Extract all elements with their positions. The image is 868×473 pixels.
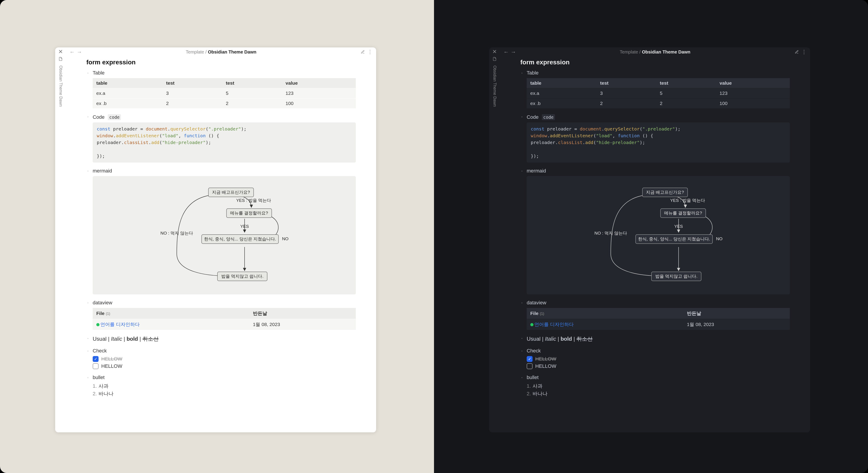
more-icon[interactable]: ⋮: [801, 49, 807, 55]
svg-text:메뉴를 결정할까요?: 메뉴를 결정할까요?: [230, 211, 268, 215]
edit-icon[interactable]: [360, 49, 366, 55]
status-dot-icon: [96, 323, 99, 326]
sidebar: ✕ Obsidian Theme Dawn: [55, 47, 66, 432]
topbar: ← → Template / Obsidian Theme Dawn ⋮: [66, 47, 376, 57]
forward-icon[interactable]: →: [76, 49, 82, 55]
list-item: 1.사과: [93, 383, 356, 390]
section-code-label: Code: [93, 114, 105, 120]
dv-link[interactable]: 언어를 디자인하다: [100, 322, 140, 327]
svg-text:지금 배고프신가요?: 지금 배고프신가요?: [646, 190, 684, 195]
table-header: test: [162, 78, 222, 88]
section-text-styles: Usual | Italic | bold | 취소선: [86, 335, 356, 342]
section-bullet: bullet 1.사과 2.바나나: [520, 375, 790, 397]
inline-code: code: [542, 114, 555, 120]
breadcrumb-sep: /: [206, 49, 207, 55]
section-bullet-label: bullet: [93, 375, 356, 380]
ordered-list: 1.사과 2.바나나: [93, 383, 356, 397]
svg-text:NO: NO: [716, 236, 723, 241]
close-icon[interactable]: ✕: [492, 49, 498, 55]
section-text-styles: Usual | Italic | bold | 취소선: [520, 335, 790, 342]
sidebar-tab-label[interactable]: Obsidian Theme Dawn: [58, 65, 63, 107]
mermaid-node: 밥을 먹지않고 쉽니다.: [217, 272, 267, 281]
section-table-label: Table: [93, 70, 356, 76]
checkbox-unchecked-icon[interactable]: [527, 363, 532, 369]
mermaid-diagram: .marrow-l{fill:#333} YES : 밥을 먹는다 NO : 먹…: [93, 176, 356, 295]
svg-text:지금 배고프신가요?: 지금 배고프신가요?: [212, 190, 250, 195]
note-content: form expression Table table test test va…: [66, 57, 376, 403]
data-table: table test test value ex.a35123 ex .b221…: [527, 78, 790, 108]
svg-text:밥을 먹지않고 쉽니다.: 밥을 먹지않고 쉽니다.: [655, 274, 698, 279]
svg-text:YES: YES: [674, 224, 683, 229]
ordered-list: 1.사과 2.바나나: [527, 383, 790, 397]
status-dot-icon: [530, 323, 533, 326]
section-mermaid: mermaid .marrow-l{fill:#333} YES : 밥을 먹는…: [86, 168, 356, 295]
note-icon[interactable]: [492, 56, 498, 62]
mermaid-node: 지금 배고프신가요?: [209, 188, 254, 197]
section-check-label: Check: [93, 348, 356, 354]
note-icon[interactable]: [58, 56, 64, 62]
mermaid-node: 메뉴를 결정할까요?: [226, 209, 272, 218]
checkbox-unchecked-icon[interactable]: [93, 363, 98, 369]
table-row: ex.a 3 5 123: [93, 88, 356, 98]
mermaid-diagram: .marrow-d{fill:#d0d0d0} YES : 밥을 먹는다 NO …: [527, 176, 790, 295]
table-header: table: [93, 78, 162, 88]
page-title: form expression: [86, 59, 356, 66]
page-title: form expression: [520, 59, 790, 66]
svg-text:NO: NO: [282, 236, 289, 241]
table-row: ex .b 2 2 100: [93, 98, 356, 109]
breadcrumb-sep: /: [640, 49, 641, 55]
code-block: const preloader = document.querySelector…: [93, 122, 356, 163]
checkbox-checked-icon[interactable]: ✓: [93, 356, 98, 362]
light-theme-panel: ✕ Obsidian Theme Dawn ← → Template / Obs…: [0, 0, 434, 473]
main-pane: ← → Template / Obsidian Theme Dawn ⋮ for…: [500, 47, 810, 432]
list-item: 2.바나나: [527, 391, 790, 397]
check-label: HELLOW: [101, 363, 122, 369]
breadcrumb-parent[interactable]: Template: [620, 49, 638, 55]
list-item: 2.바나나: [93, 391, 356, 397]
svg-text:NO : 먹지 않는다: NO : 먹지 않는다: [160, 231, 193, 235]
code-block: const preloader = document.querySelector…: [527, 122, 790, 163]
breadcrumb-current: Obsidian Theme Dawn: [642, 49, 690, 55]
sidebar-tab-label[interactable]: Obsidian Theme Dawn: [492, 65, 497, 107]
dark-theme-panel: ✕ Obsidian Theme Dawn ← → Template / Obs…: [434, 0, 868, 473]
mermaid-node: 한식, 중식, 양식... 당신은 지쳤습니다.: [202, 235, 278, 244]
close-icon[interactable]: ✕: [58, 49, 64, 55]
forward-icon[interactable]: →: [510, 49, 516, 55]
checkbox-checked-icon[interactable]: ✓: [527, 356, 532, 362]
topbar: ← → Template / Obsidian Theme Dawn ⋮: [500, 47, 810, 57]
list-item: 1.사과: [527, 383, 790, 390]
section-table: Table table test test value ex.a 3: [86, 70, 356, 108]
sidebar: ✕ Obsidian Theme Dawn: [489, 47, 500, 432]
svg-text:YES : 밥을 먹는다: YES : 밥을 먹는다: [670, 198, 705, 203]
data-table: table test test value ex.a 3 5 123: [93, 78, 356, 108]
breadcrumb: Template / Obsidian Theme Dawn: [84, 49, 359, 55]
section-check: Check ✓ HELLOW HELLOW: [86, 348, 356, 369]
section-code: Code code const preloader = document.que…: [86, 114, 356, 163]
section-dataview: dataview File (1) 반든날 언어를 디자인하다 1월 08, 2…: [520, 300, 790, 330]
svg-text:YES: YES: [240, 224, 249, 229]
table-row: ex.a35123: [527, 88, 790, 98]
section-check: Check ✓ HELLOW HELLOW: [520, 348, 790, 369]
back-icon[interactable]: ←: [503, 49, 509, 55]
section-dataview: dataview File (1) 반든날 언어를 디자인하다 1월 08, 2…: [86, 300, 356, 330]
table-header: value: [282, 78, 356, 88]
app-window-dark: ✕ Obsidian Theme Dawn ← → Template / Obs…: [489, 47, 810, 432]
dv-header: File (1): [93, 308, 249, 319]
note-content: form expression Table table test test va…: [500, 57, 810, 403]
dv-link[interactable]: 언어를 디자인하다: [534, 322, 574, 327]
section-dataview-label: dataview: [93, 300, 356, 306]
section-table: Table table test test value ex.a35123: [520, 70, 790, 108]
svg-text:밥을 먹지않고 쉽니다.: 밥을 먹지않고 쉽니다.: [221, 274, 264, 279]
svg-text:메뉴를 결정할까요?: 메뉴를 결정할까요?: [664, 211, 702, 215]
breadcrumb-parent[interactable]: Template: [186, 49, 204, 55]
breadcrumb-current: Obsidian Theme Dawn: [208, 49, 256, 55]
dataview-table: File (1) 반든날 언어를 디자인하다 1월 08, 2023: [527, 308, 790, 330]
back-icon[interactable]: ←: [69, 49, 75, 55]
svg-text:YES : 밥을 먹는다: YES : 밥을 먹는다: [236, 198, 271, 203]
table-row: 언어를 디자인하다 1월 08, 2023: [527, 319, 790, 330]
edit-icon[interactable]: [794, 49, 800, 55]
breadcrumb: Template / Obsidian Theme Dawn: [518, 49, 793, 55]
check-item: ✓ HELLOW: [93, 356, 356, 362]
app-window-light: ✕ Obsidian Theme Dawn ← → Template / Obs…: [55, 47, 376, 432]
more-icon[interactable]: ⋮: [367, 49, 373, 55]
